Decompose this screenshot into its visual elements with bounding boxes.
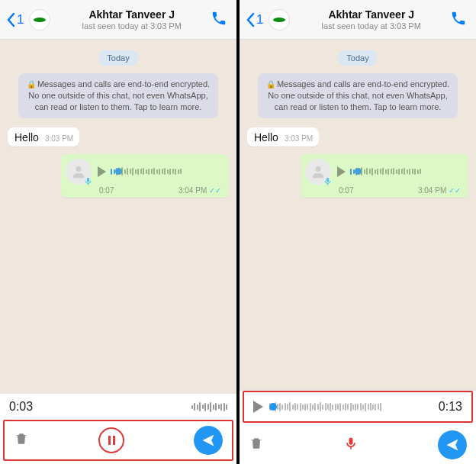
send-button[interactable] (438, 430, 467, 459)
incoming-message[interactable]: Hello 3:03 PM (8, 127, 79, 147)
message-time: 3:03 PM (45, 134, 73, 143)
contact-status: last seen today at 3:03 PM (295, 21, 447, 31)
send-icon (201, 433, 216, 448)
mic-icon (323, 176, 333, 186)
outgoing-voice-message[interactable]: 0:07 3:04 PM ✓✓ (301, 154, 468, 198)
contact-avatar[interactable] (29, 9, 50, 31)
record-button[interactable] (343, 434, 359, 456)
svg-point-2 (273, 18, 285, 22)
playhead-dot[interactable] (355, 168, 362, 175)
back-button[interactable]: 1 (6, 12, 24, 27)
voice-sender-avatar (66, 159, 92, 185)
pause-button[interactable] (98, 427, 124, 453)
voice-sender-avatar (305, 159, 331, 185)
contact-status: last seen today at 3:03 PM (56, 21, 207, 31)
preview-duration: 0:13 (439, 400, 462, 414)
recording-timer: 0:03 (9, 400, 184, 414)
voice-duration: 0:07 (99, 186, 114, 195)
voice-waveform[interactable] (111, 166, 223, 178)
mic-icon (83, 176, 93, 186)
mic-icon (343, 434, 359, 453)
back-count: 1 (256, 12, 263, 27)
svg-point-3 (315, 166, 320, 171)
outgoing-voice-message[interactable]: 0:07 3:04 PM ✓✓ (61, 154, 229, 198)
encryption-notice[interactable]: 🔒Messages and calls are end-to-end encry… (18, 73, 218, 118)
voice-waveform[interactable] (350, 166, 462, 178)
play-icon[interactable] (337, 166, 346, 177)
svg-point-0 (34, 18, 46, 22)
chat-header: 1 Akhtar Tanveer J last seen today at 3:… (0, 0, 236, 40)
contact-info[interactable]: Akhtar Tanveer J last seen today at 3:03… (56, 8, 207, 31)
lock-icon: 🔒 (27, 80, 36, 89)
chat-body: Today 🔒Messages and calls are end-to-end… (240, 40, 476, 390)
playhead-dot[interactable] (115, 168, 122, 175)
play-icon[interactable] (98, 166, 106, 177)
phone-left: 1 Akhtar Tanveer J last seen today at 3:… (0, 0, 236, 464)
chevron-left-icon (6, 12, 15, 27)
trash-icon (14, 430, 29, 447)
back-button[interactable]: 1 (246, 12, 263, 27)
phone-icon (450, 10, 467, 27)
send-button[interactable] (194, 426, 223, 455)
highlight-box (3, 420, 233, 461)
trash-icon (249, 435, 264, 452)
encryption-notice[interactable]: 🔒Messages and calls are end-to-end encry… (258, 73, 458, 118)
highlight-box: 0:13 (243, 391, 473, 423)
recording-waveform (191, 402, 228, 412)
back-count: 1 (17, 12, 24, 27)
call-button[interactable] (207, 10, 230, 30)
send-icon (445, 437, 460, 453)
message-time: 3:03 PM (285, 134, 313, 143)
chevron-left-icon (246, 12, 255, 27)
date-pill: Today (339, 50, 376, 66)
call-button[interactable] (447, 10, 470, 30)
phone-icon (211, 10, 227, 27)
contact-name: Akhtar Tanveer J (295, 8, 447, 21)
contact-name: Akhtar Tanveer J (56, 8, 207, 21)
playhead-dot[interactable] (269, 403, 277, 411)
preview-play-button[interactable] (253, 401, 263, 413)
delete-button[interactable] (14, 430, 29, 450)
lock-icon: 🔒 (266, 80, 275, 89)
recording-footer: 0:03 (0, 393, 236, 464)
read-ticks-icon: ✓✓ (449, 186, 461, 195)
pause-icon (108, 436, 111, 445)
message-text: Hello (254, 131, 278, 143)
incoming-message[interactable]: Hello 3:03 PM (247, 127, 319, 147)
read-ticks-icon: ✓✓ (209, 186, 221, 195)
date-pill: Today (99, 50, 137, 66)
preview-footer: 0:13 (240, 390, 476, 464)
chat-header: 1 Akhtar Tanveer J last seen today at 3:… (240, 0, 476, 40)
voice-time: 3:04 PM (418, 186, 446, 195)
message-text: Hello (14, 131, 39, 143)
preview-waveform[interactable] (269, 402, 433, 411)
svg-point-1 (76, 166, 81, 171)
chat-body: Today 🔒Messages and calls are end-to-end… (0, 40, 236, 393)
delete-button[interactable] (249, 435, 264, 455)
phone-right: 1 Akhtar Tanveer J last seen today at 3:… (240, 0, 476, 464)
contact-avatar[interactable] (269, 9, 290, 31)
contact-info[interactable]: Akhtar Tanveer J last seen today at 3:03… (295, 8, 447, 31)
voice-time: 3:04 PM (178, 186, 207, 195)
voice-duration: 0:07 (339, 186, 353, 195)
